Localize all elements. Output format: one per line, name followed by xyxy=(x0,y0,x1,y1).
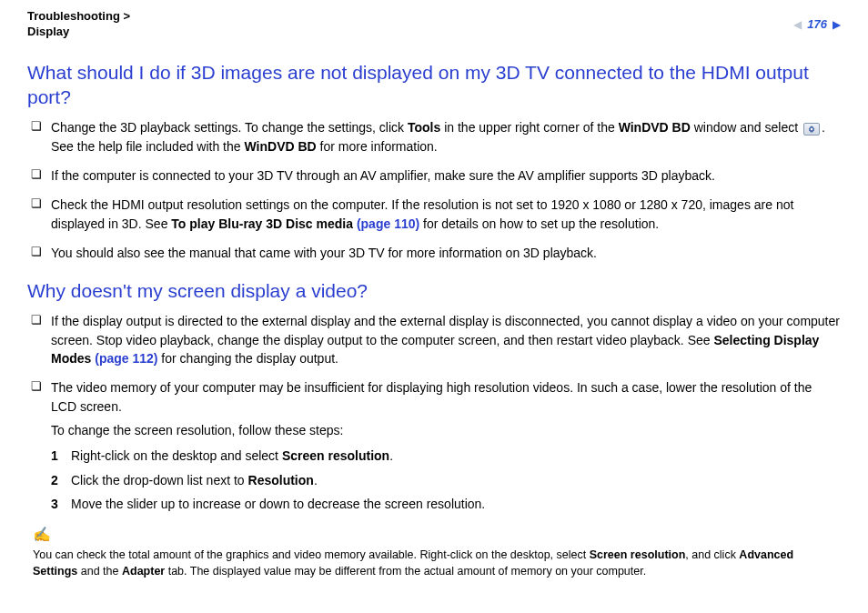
app-name: WinDVD BD xyxy=(619,120,691,135)
body-text: for changing the display output. xyxy=(157,351,338,366)
ui-label: Screen resolution xyxy=(282,448,389,463)
svg-point-0 xyxy=(811,127,813,130)
list-item: The video memory of your computer may be… xyxy=(27,378,841,513)
step-text: Move the slider up to increase or down t… xyxy=(71,497,485,511)
breadcrumb: Troubleshooting > Display xyxy=(27,9,130,40)
step-text: Click the drop-down list next to xyxy=(71,473,248,487)
list-3d-troubleshoot: Change the 3D playback settings. To chan… xyxy=(27,118,841,262)
body-text: in the upper right corner of the xyxy=(440,120,618,135)
app-name: WinDVD BD xyxy=(244,139,316,154)
step-2: 2Click the drop-down list next to Resolu… xyxy=(51,471,841,489)
note-segment: , and click xyxy=(685,548,739,561)
breadcrumb-page: Display xyxy=(27,25,69,38)
body-text: Change the 3D playback settings. To chan… xyxy=(51,120,408,135)
body-text: window and select xyxy=(691,120,802,135)
list-item: Check the HDMI output resolution setting… xyxy=(27,196,841,233)
body-text: If the computer is connected to your 3D … xyxy=(51,168,715,183)
note-icon: ✍ xyxy=(33,524,841,545)
step-number: 3 xyxy=(51,495,71,513)
breadcrumb-section: Troubleshooting xyxy=(27,9,120,23)
steps-intro: To change the screen resolution, follow … xyxy=(51,421,841,439)
xref-label: To play Blu-ray 3D Disc media xyxy=(171,216,353,231)
body-text: You should also see the manual that came… xyxy=(51,246,597,260)
step-text: Right-click on the desktop and select xyxy=(71,448,282,463)
heading-3d-images: What should I do if 3D images are not di… xyxy=(27,60,841,110)
page-nav: ◀ 176 ▶ xyxy=(793,9,841,34)
note-text: You can check the total amount of the gr… xyxy=(33,547,841,579)
list-item: You should also see the manual that came… xyxy=(27,244,841,262)
page-content: Troubleshooting > Display ◀ 176 ▶ What s… xyxy=(0,0,868,598)
step-text: . xyxy=(314,473,318,487)
step-text: . xyxy=(389,448,393,463)
step-number: 1 xyxy=(51,447,71,465)
breadcrumb-separator: > xyxy=(123,9,130,23)
xref-link-page-110[interactable]: (page 110) xyxy=(353,216,419,231)
ui-label: Screen resolution xyxy=(590,548,686,561)
ui-label: Resolution xyxy=(248,473,314,487)
list-item: If the display output is directed to the… xyxy=(27,312,841,367)
ui-label-tools: Tools xyxy=(408,120,440,135)
steps-list: 1Right-click on the desktop and select S… xyxy=(51,447,841,513)
heading-video-display: Why doesn't my screen display a video? xyxy=(27,278,841,303)
note-segment: and the xyxy=(77,565,122,578)
page-number: 176 xyxy=(807,16,827,34)
xref-link-page-112[interactable]: (page 112) xyxy=(91,351,157,366)
next-page-icon[interactable]: ▶ xyxy=(833,17,841,33)
list-item: If the computer is connected to your 3D … xyxy=(27,166,841,185)
settings-icon xyxy=(803,123,820,136)
note-box: ✍ You can check the total amount of the … xyxy=(33,524,841,579)
body-text: for details on how to set up the resolut… xyxy=(419,216,659,231)
page-header: Troubleshooting > Display ◀ 176 ▶ xyxy=(27,9,841,44)
body-text: for more information. xyxy=(317,139,438,154)
prev-page-icon[interactable]: ◀ xyxy=(793,17,802,33)
body-text: The video memory of your computer may be… xyxy=(51,380,812,413)
step-3: 3Move the slider up to increase or down … xyxy=(51,495,841,513)
step-1: 1Right-click on the desktop and select S… xyxy=(51,447,841,465)
list-video-troubleshoot: If the display output is directed to the… xyxy=(27,312,841,513)
ui-label: Adapter xyxy=(122,565,165,578)
note-segment: tab. The displayed value may be differen… xyxy=(165,565,646,578)
list-item: Change the 3D playback settings. To chan… xyxy=(27,118,841,156)
note-segment: You can check the total amount of the gr… xyxy=(33,548,590,561)
step-number: 2 xyxy=(51,471,71,489)
